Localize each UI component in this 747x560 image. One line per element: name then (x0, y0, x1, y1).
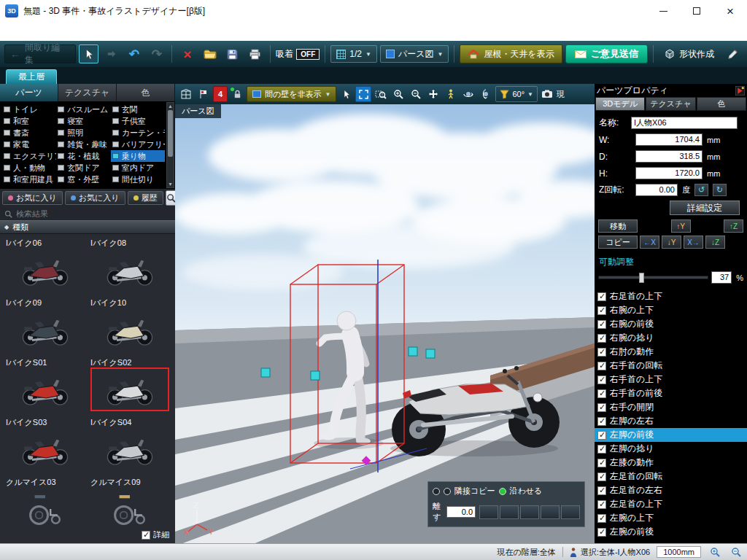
joint-row[interactable]: 右肘の動作 (595, 345, 747, 359)
joint-row[interactable]: 右腕の上下 (595, 303, 747, 317)
joint-row[interactable]: 左足首の左右 (595, 483, 747, 497)
floorplan-edit-button[interactable]: ← 間取り編集 (4, 44, 76, 63)
undo-button[interactable]: ↶ (124, 44, 144, 63)
category-item[interactable]: 子供室 (111, 115, 165, 127)
rotate-ccw-button[interactable]: ↺ (694, 184, 708, 196)
history-button[interactable]: 履歴 (128, 191, 163, 205)
move-right-x-button[interactable]: X→ (684, 236, 703, 249)
category-item[interactable]: バリアフリー (111, 139, 165, 150)
part-item[interactable]: IバイクS04 (90, 417, 169, 471)
joint-row[interactable]: 左脚の前後 (595, 428, 747, 442)
category-scrollbar[interactable]: ▲ ▼ (166, 102, 174, 188)
name-input[interactable]: I人物X06 (631, 117, 738, 129)
close-button[interactable]: × (713, 0, 747, 22)
part-item[interactable]: IバイクS03 (6, 417, 85, 471)
zoom-fit-button[interactable] (355, 86, 371, 102)
slider-handle[interactable] (639, 273, 644, 283)
floor-display-button[interactable] (178, 86, 194, 102)
joint-checkbox[interactable] (597, 306, 606, 315)
pose-adjust-slider[interactable] (598, 276, 708, 279)
overlay-axis-button[interactable] (561, 505, 580, 519)
joint-row[interactable]: 左脚の左右 (595, 414, 747, 428)
part-item[interactable]: Iバイク06 (6, 238, 85, 292)
tab-texture[interactable]: テクスチャ (58, 84, 117, 101)
dimension-input[interactable]: 1704.4 (635, 133, 703, 146)
wall-number-button[interactable]: 4 (213, 86, 228, 102)
move-left-x-button[interactable]: ←X (640, 236, 659, 249)
overlay-axis-button[interactable] (500, 505, 519, 519)
joint-checkbox[interactable] (597, 320, 606, 329)
part-item[interactable]: Iバイク09 (6, 298, 85, 351)
joint-checkbox[interactable] (597, 389, 606, 398)
layer-flag-button[interactable] (196, 86, 212, 102)
joint-row[interactable]: 右手首の回転 (595, 359, 747, 373)
print-button[interactable] (245, 44, 265, 63)
z-rotation-input[interactable]: 0.00 (635, 184, 678, 196)
category-item[interactable]: 和室 (2, 115, 56, 127)
joint-checkbox[interactable] (597, 431, 606, 440)
joint-row[interactable]: 右手首の前後 (595, 386, 747, 400)
view-angle-dropdown[interactable]: 60° ▼ (495, 86, 538, 102)
scrollbar-thumb[interactable] (168, 110, 173, 157)
category-item[interactable]: トイレ (2, 104, 56, 115)
grid-scale-dropdown[interactable]: 1/2 ▼ (330, 45, 377, 63)
joint-checkbox[interactable] (597, 472, 606, 481)
snapshot-button[interactable] (539, 86, 555, 102)
tab-color[interactable]: 色 (117, 84, 175, 101)
pose-adjust-value[interactable]: 37 (711, 271, 732, 284)
rotate-cw-button[interactable]: ↻ (713, 184, 727, 196)
overlay-axis-button[interactable] (520, 505, 539, 519)
joint-checkbox[interactable] (597, 417, 606, 426)
part-item[interactable]: IバイクS01 (6, 357, 85, 411)
category-item[interactable]: 家電 (2, 139, 56, 150)
joint-row[interactable]: 左膝の動作 (595, 456, 747, 470)
joint-checkbox[interactable] (597, 486, 606, 495)
category-item[interactable]: カーテン・ラグ (111, 127, 165, 139)
joint-checkbox[interactable] (597, 334, 606, 343)
tab-color[interactable]: 色 (697, 97, 746, 111)
category-item[interactable]: 花・植栽 (56, 150, 110, 162)
category-item[interactable]: 雑貨・趣味 (56, 139, 110, 150)
zoom-region-button[interactable] (373, 86, 389, 102)
joint-checkbox[interactable] (597, 445, 606, 454)
layer-tab-top[interactable]: 最上層 (6, 69, 57, 84)
joint-checkbox[interactable] (597, 459, 606, 467)
category-item[interactable]: 玄関ドア (56, 162, 110, 174)
joint-row[interactable]: 右手首の上下 (595, 373, 747, 386)
joint-row[interactable]: 左腕の上下 (595, 511, 747, 525)
joint-row[interactable]: 左腕の前後 (595, 525, 747, 539)
part-item[interactable]: Iバイク10 (90, 298, 169, 351)
category-item[interactable]: 乗り物 (111, 150, 165, 162)
menu-item[interactable] (29, 28, 42, 35)
release-distance-input[interactable]: 0.0 (446, 506, 476, 518)
joint-row[interactable]: 左足首の回転 (595, 470, 747, 483)
joint-row[interactable]: 左足首の上下 (595, 497, 747, 511)
overlay-axis-button[interactable] (541, 505, 560, 519)
category-item[interactable]: 書斎 (2, 127, 56, 139)
transform-tool-button[interactable] (101, 44, 121, 63)
move-down-y-button[interactable]: ↓Y (662, 236, 681, 249)
panel-collapse-button[interactable] (735, 86, 745, 96)
menu-item[interactable] (55, 28, 69, 35)
joint-row[interactable]: 右足首の上下 (595, 289, 747, 303)
feedback-button[interactable]: ご意見送信 (565, 44, 648, 63)
menu-item[interactable] (3, 28, 16, 35)
redo-button[interactable]: ↷ (147, 44, 166, 63)
category-item[interactable]: エクステリア (2, 150, 56, 162)
delete-button[interactable]: × (177, 44, 197, 63)
joint-checkbox[interactable] (597, 528, 606, 537)
detail-checkbox[interactable]: 詳細 (142, 529, 169, 540)
part-item[interactable]: IバイクS02 (90, 357, 169, 411)
joint-checkbox[interactable] (597, 362, 606, 370)
joint-checkbox[interactable] (597, 348, 606, 357)
scroll-up-icon[interactable]: ▲ (167, 103, 174, 109)
3d-scene[interactable] (175, 104, 595, 543)
shape-create-button[interactable]: 形状作成 (659, 44, 720, 63)
joint-row[interactable]: 右手の開閉 (595, 400, 747, 414)
menu-item[interactable] (16, 28, 29, 35)
radio-adjacent-copy[interactable] (444, 488, 451, 495)
copy-button[interactable]: コピー (598, 236, 638, 249)
3d-viewport[interactable]: 4 間の壁を非表示 ▼ (175, 84, 595, 543)
category-item[interactable]: 玄関 (111, 104, 165, 115)
dimension-input[interactable]: 1720.0 (635, 167, 703, 179)
